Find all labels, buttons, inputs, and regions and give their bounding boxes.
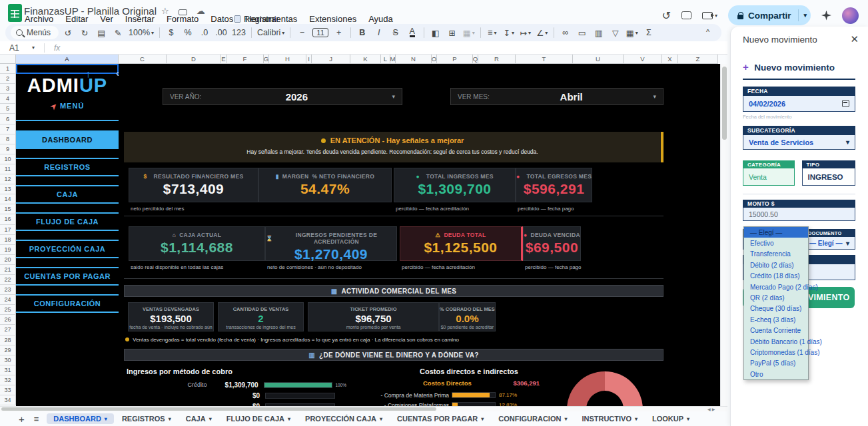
- format-percent-button[interactable]: %▾: [181, 25, 195, 40]
- column-header[interactable]: H: [269, 55, 306, 64]
- horizontal-scrollbar-thumb[interactable]: [1, 407, 436, 411]
- row-header[interactable]: 2: [0, 74, 16, 84]
- separator[interactable]: ▾: [159, 27, 160, 38]
- separator[interactable]: ▾: [554, 27, 554, 38]
- column-header[interactable]: U: [573, 55, 624, 64]
- horizontal-scrollbar[interactable]: [0, 406, 727, 411]
- gemini-icon[interactable]: [821, 11, 831, 21]
- horizontal-align-button[interactable]: ≡▾: [485, 25, 500, 40]
- text-wrap-button[interactable]: ↦▾: [518, 25, 533, 40]
- filter-button[interactable]: ▽▾: [608, 25, 623, 40]
- table-views-button[interactable]: ▦▾: [625, 25, 640, 40]
- separator[interactable]: ▾: [251, 27, 252, 38]
- sidebar-menu-button[interactable]: PROYECCIÓN CAJA: [16, 240, 119, 258]
- row-header[interactable]: 10: [0, 154, 16, 164]
- account-avatar[interactable]: [842, 7, 859, 24]
- sheet-tab[interactable]: LOOKUP▾: [646, 413, 696, 424]
- sidebar-menu-button[interactable]: CUENTAS POR PAGAR: [16, 267, 119, 286]
- column-header[interactable]: N: [396, 55, 432, 64]
- sheet-tab[interactable]: INSTRUCTIVO▾: [575, 413, 644, 424]
- row-header[interactable]: 4: [0, 94, 16, 104]
- font-size-increase-button[interactable]: +▾: [332, 25, 346, 40]
- column-header[interactable]: K: [350, 55, 381, 64]
- sidebar-menu-button[interactable]: CAJA: [16, 185, 119, 204]
- column-header[interactable]: O: [432, 55, 437, 64]
- fecha-input[interactable]: 04/02/2026: [743, 96, 855, 112]
- font-size-input[interactable]: 11▾: [311, 25, 329, 40]
- row-header[interactable]: 23: [0, 285, 16, 295]
- separator[interactable]: ▾: [424, 27, 424, 38]
- vertical-align-button[interactable]: ↧▾: [502, 25, 516, 40]
- row-header[interactable]: 14: [0, 194, 16, 204]
- corner-cell[interactable]: [0, 55, 16, 64]
- fx-icon[interactable]: fx: [54, 43, 60, 53]
- row-header[interactable]: 13: [0, 184, 16, 194]
- row-header[interactable]: 24: [0, 295, 16, 305]
- number-format-button[interactable]: 123▾: [230, 25, 247, 40]
- share-dropdown-icon[interactable]: ▾: [803, 12, 807, 19]
- column-header[interactable]: Q: [473, 55, 478, 64]
- text-rotation-button[interactable]: ∠▾: [535, 25, 550, 40]
- dropdown-option[interactable]: QR (2 días): [744, 292, 808, 303]
- sidebar-menu-button[interactable]: CONFIGURACIÓN: [16, 294, 119, 313]
- dropdown-option[interactable]: Criptomonedas (1 días): [744, 347, 808, 357]
- row-header[interactable]: 19: [0, 245, 16, 255]
- dropdown-option[interactable]: E-cheq (3 días): [744, 314, 808, 325]
- year-selector[interactable]: VER AÑO: 2026 ▾: [163, 88, 402, 105]
- column-header[interactable]: A: [16, 55, 119, 64]
- row-header[interactable]: 32: [0, 375, 16, 385]
- font-family-select[interactable]: Calibri▾: [256, 25, 286, 40]
- sheet-tab[interactable]: REGISTROS▾: [115, 413, 178, 424]
- calendar-icon[interactable]: [842, 100, 849, 107]
- row-header[interactable]: 15: [0, 204, 16, 214]
- sheet-tab[interactable]: CUENTAS POR PAGAR▾: [390, 413, 490, 424]
- column-header[interactable]: I: [306, 55, 312, 64]
- column-header[interactable]: V: [624, 55, 662, 64]
- comments-icon[interactable]: [681, 11, 691, 19]
- column-header[interactable]: G: [264, 55, 269, 64]
- bold-button[interactable]: B▾: [355, 25, 370, 40]
- register-menu-item[interactable]: Registrar: [234, 14, 279, 24]
- column-header[interactable]: Z: [678, 55, 718, 64]
- column-header[interactable]: C: [119, 55, 167, 64]
- row-header[interactable]: 12: [0, 174, 16, 184]
- decrease-decimal-button[interactable]: .0▾: [197, 25, 212, 40]
- format-currency-button[interactable]: $▾: [164, 25, 179, 40]
- insert-link-button[interactable]: ∞▾: [558, 25, 573, 40]
- dropdown-option[interactable]: Débito (2 días): [744, 260, 808, 270]
- fill-color-button[interactable]: ◧▾: [428, 25, 443, 40]
- column-header[interactable]: X: [662, 55, 678, 64]
- text-color-button[interactable]: A▾: [405, 25, 420, 40]
- meet-button[interactable]: ▾: [702, 12, 717, 19]
- row-header[interactable]: 17: [0, 225, 16, 235]
- dropdown-option[interactable]: Cuenta Corriente: [744, 325, 808, 336]
- add-sheet-button[interactable]: +: [19, 413, 25, 425]
- column-header[interactable]: P: [437, 55, 473, 64]
- vertical-scrollbar[interactable]: [720, 64, 727, 406]
- row-header[interactable]: 11: [0, 164, 16, 174]
- close-panel-icon[interactable]: ✕: [850, 33, 859, 45]
- all-sheets-button[interactable]: ≡: [34, 414, 39, 424]
- sidebar-menu-button[interactable]: FLUJO DE CAJA: [16, 212, 119, 231]
- documento-select[interactable]: — Elegí — ▾: [803, 237, 855, 250]
- column-header[interactable]: F: [226, 55, 264, 64]
- row-header[interactable]: 1: [0, 64, 16, 74]
- row-header[interactable]: 34: [0, 395, 16, 405]
- zoom-select[interactable]: 100%▾: [127, 25, 155, 40]
- row-header[interactable]: 26: [0, 315, 16, 325]
- dropdown-option[interactable]: Cheque (30 días): [744, 304, 808, 314]
- scroll-arrows[interactable]: ◀▶: [707, 407, 715, 411]
- column-header[interactable]: M: [390, 55, 396, 64]
- row-header[interactable]: 29: [0, 345, 16, 355]
- merge-cells-button[interactable]: ▦▾: [462, 25, 476, 40]
- column-header[interactable]: J: [312, 55, 350, 64]
- row-header[interactable]: 25: [0, 305, 16, 315]
- menus-search-button[interactable]: Menús: [11, 26, 59, 39]
- separator[interactable]: ▾: [290, 27, 290, 38]
- dropdown-option[interactable]: Débito Bancario (1 días): [744, 336, 808, 347]
- dropdown-option[interactable]: Mercado Pago (2 días): [744, 282, 808, 292]
- separator[interactable]: ▾: [480, 27, 481, 38]
- dropdown-option[interactable]: — Elegí —: [744, 227, 808, 238]
- month-selector[interactable]: VER MES: Abril ▾: [450, 88, 663, 105]
- dropdown-option[interactable]: Crédito (18 días): [744, 271, 808, 282]
